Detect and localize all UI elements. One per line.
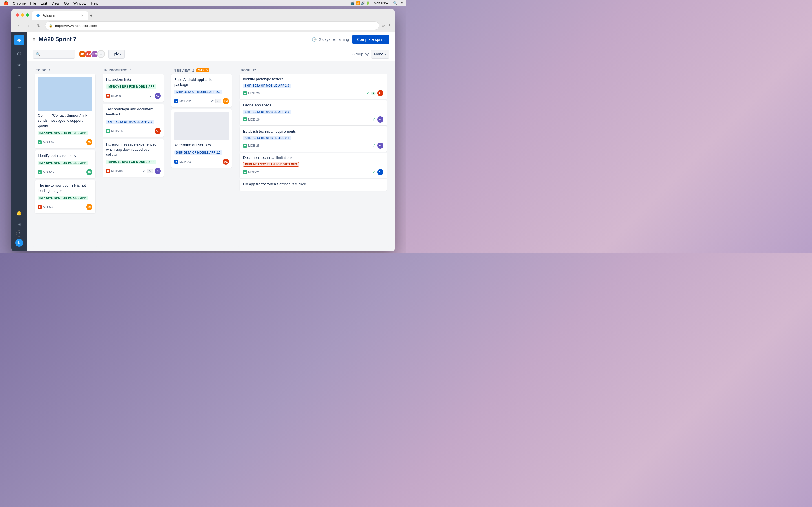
more-options-icon[interactable]: ⋮ (388, 23, 391, 28)
sidebar-item-notifications[interactable]: 🔔 (14, 208, 24, 218)
app-logo[interactable]: ◆ (14, 35, 24, 45)
column-title-done: DONE (241, 68, 250, 72)
forward-button[interactable]: › (25, 22, 33, 30)
card-ip-2[interactable]: Test prototype and document feedback SHI… (103, 104, 163, 136)
menu-view[interactable]: View (52, 1, 59, 5)
group-by-chevron-icon: ▾ (385, 53, 386, 56)
card-done-1[interactable]: Identify prototype testers SHIP BETA OF … (240, 74, 387, 99)
menu-go[interactable]: Go (64, 1, 69, 5)
search-box[interactable]: 🔍 (33, 50, 75, 59)
task-icon-ir1: ■ (174, 99, 178, 103)
check-icon-done2: ✓ (372, 117, 375, 122)
active-tab[interactable]: 🔷 Atlassian ✕ (32, 11, 88, 20)
check-icon-done4: ✓ (372, 170, 375, 174)
epic-filter[interactable]: Epic ▾ (108, 50, 124, 59)
sidebar-item-starred[interactable]: ★ (14, 60, 24, 70)
reload-button[interactable]: ↻ (35, 22, 43, 30)
menu-edit[interactable]: Edit (41, 1, 47, 5)
card-done-3[interactable]: Establish technical requirements SHIP BE… (240, 126, 387, 152)
menu-file[interactable]: File (30, 1, 36, 5)
card-avatar-done-2: RC (377, 116, 384, 122)
card-label-todo-3: IMPROVE NPS FOR MOBILE APP (38, 196, 88, 200)
card-label-done-2: SHIP BETA OF MOBILE APP 2.0 (243, 110, 291, 114)
column-inprogress: IN PROGRESS 3 Fix broken links IMPROVE N… (101, 66, 166, 247)
back-button[interactable]: ‹ (15, 22, 22, 30)
card-id-text-todo-2: MOB-17 (43, 170, 54, 174)
story-icon-done1: ■ (243, 91, 247, 95)
card-id-todo-1: ■ MOB-07 (38, 140, 54, 144)
url-text: https://www.atlassian.com (55, 24, 97, 28)
sidebar-item-search[interactable]: ⌕ (14, 71, 24, 81)
card-title-ip-3: Fix error message experienced when app d… (106, 142, 161, 158)
search-icon: 🔍 (36, 52, 40, 56)
card-done-2[interactable]: Define app specs SHIP BETA OF MOBILE APP… (240, 100, 387, 125)
clock-icon: 🕐 (312, 37, 317, 42)
column-count-inprogress: 3 (130, 68, 132, 72)
card-id-ir-1: ■ MOB-22 (174, 99, 191, 103)
tab-close-icon[interactable]: ✕ (81, 14, 84, 17)
apple-menu[interactable]: 🍎 (3, 1, 8, 5)
close-button[interactable] (16, 13, 19, 17)
sidebar-item-apps[interactable]: ⊞ (14, 219, 24, 229)
app-name[interactable]: Chrome (13, 1, 26, 5)
column-cards-inprogress: Fix broken links IMPROVE NPS FOR MOBILE … (101, 74, 166, 247)
card-todo-2[interactable]: Identify beta customers IMPROVE NPS FOR … (35, 151, 95, 178)
card-footer-todo-1: ■ MOB-07 JM (38, 139, 93, 145)
card-footer-ir-2: ■ MOB-23 AL (174, 159, 229, 165)
card-todo-3[interactable]: The invite new user link is not loading … (35, 180, 95, 213)
menu-help[interactable]: Help (91, 1, 98, 5)
new-tab-button[interactable]: + (88, 12, 95, 19)
column-todo: TO DO 6 Confirm "Contact Support" link s… (33, 66, 98, 247)
group-by-select[interactable]: None ▾ (371, 50, 389, 59)
card-done-5[interactable]: Fix app freeze when Settings is clicked (240, 179, 387, 191)
card-ip-3[interactable]: Fix error message experienced when app d… (103, 139, 163, 177)
sidebar-item-create[interactable]: + (14, 82, 24, 93)
card-label-done-3: SHIP BETA OF MOBILE APP 2.0 (243, 136, 291, 140)
bookmark-icon[interactable]: ☆ (382, 23, 385, 28)
card-ip-1[interactable]: Fix broken links IMPROVE NPS FOR MOBILE … (103, 74, 163, 102)
complete-sprint-button[interactable]: Complete sprint (352, 35, 389, 44)
card-footer-ip-3: ■ MOB-08 ⎇ 5 RC (106, 168, 161, 174)
control-center-icon[interactable]: ≡ (401, 1, 403, 5)
search-menubar-icon[interactable]: 🔍 (393, 1, 397, 5)
browser-chrome: 🔷 Atlassian ✕ + ‹ › ↻ 🔒 https://www.atla… (11, 9, 395, 32)
url-bar[interactable]: 🔒 https://www.atlassian.com (45, 21, 379, 30)
card-todo-1[interactable]: Confirm "Contact Support" link sends mes… (35, 74, 95, 148)
card-title-todo-3: The invite new user link is not loading … (38, 183, 93, 193)
card-ir-1[interactable]: Build Android application package SHIP B… (171, 74, 232, 107)
group-by-label: Group by (352, 52, 369, 56)
card-done-4[interactable]: Document technical limitations REDUNDANC… (240, 153, 387, 178)
sidebar-item-boards[interactable]: ⬡ (14, 48, 24, 59)
add-member-button[interactable]: + (97, 50, 105, 58)
card-avatar-done-3: RC (377, 143, 384, 149)
card-footer-ip-2: ■ MOB-16 AL (106, 128, 161, 134)
lock-icon: 🔒 (49, 24, 53, 27)
sidebar-bottom: 🔔 ⊞ ? U (14, 208, 24, 248)
card-footer-todo-3: ■ MOB-36 JM (38, 204, 93, 210)
time-remaining: 🕐 2 days remaining (312, 37, 349, 42)
card-avatar-todo-2: TK (86, 169, 93, 175)
time-remaining-text: 2 days remaining (319, 37, 349, 42)
column-max-inreview: MAX: 5 (196, 68, 209, 72)
menu-window[interactable]: Window (73, 1, 86, 5)
group-by: Group by None ▾ (352, 50, 389, 59)
sidebar-item-help[interactable]: ? (16, 230, 22, 237)
bug-icon-ip3: ■ (106, 169, 110, 173)
logo-icon: ◆ (17, 38, 21, 43)
hamburger-icon[interactable]: ≡ (33, 37, 35, 42)
column-cards-inreview: Build Android application package SHIP B… (169, 74, 234, 247)
main-content: ≡ MA20 Sprint 7 🕐 2 days remaining Compl… (27, 32, 395, 251)
card-meta-done-4: ✓ BL (372, 169, 384, 175)
sidebar-item-profile[interactable]: U (14, 238, 24, 248)
card-meta-ip-3: ⎇ 5 RC (142, 168, 161, 174)
story-icon-ip2: ■ (106, 129, 110, 133)
menu-bar: 🍎 Chrome File Edit View Go Window Help 📺… (0, 0, 406, 6)
card-title-ip-2: Test prototype and document feedback (106, 107, 161, 117)
card-ir-2[interactable]: Wireframe of user flow SHIP BETA OF MOBI… (171, 109, 232, 167)
minimize-button[interactable] (21, 13, 24, 17)
card-id-text-ir-2: MOB-23 (179, 160, 191, 163)
card-avatar-ir-1: JM (223, 98, 229, 104)
column-cards-todo: Confirm "Contact Support" link sends mes… (33, 74, 98, 247)
story-points-ir1: 6 (215, 99, 221, 103)
fullscreen-button[interactable] (26, 13, 29, 17)
